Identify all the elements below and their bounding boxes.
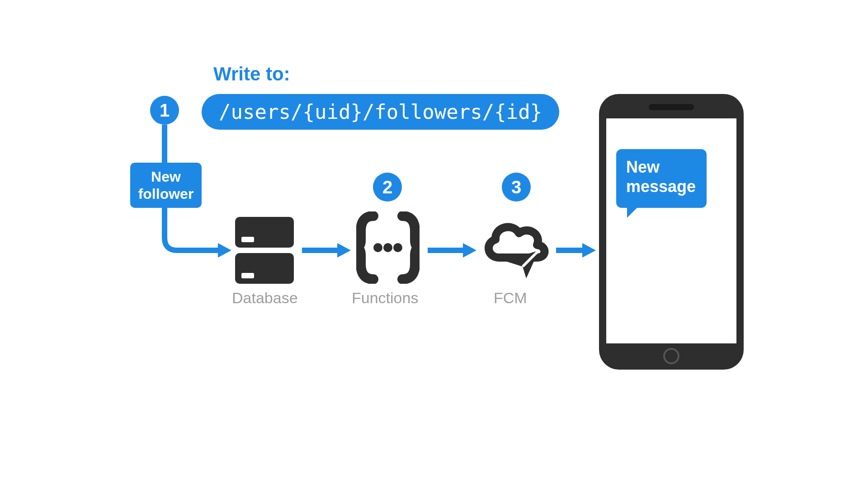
arrow-follower-to-db	[159, 206, 231, 260]
phone-screen: New message	[606, 118, 736, 343]
fcm-icon	[479, 216, 552, 284]
functions-label: Functions	[352, 289, 418, 307]
new-follower-text: New follower	[138, 168, 194, 203]
phone-body: New message	[599, 94, 744, 370]
diagram-canvas: Write to: /users/{uid}/followers/{id} 1 …	[108, 27, 760, 461]
write-to-label: Write to:	[213, 63, 290, 85]
svg-marker-7	[337, 243, 351, 258]
svg-rect-2	[235, 217, 294, 248]
step-badge-2: 2	[373, 173, 402, 202]
svg-marker-1	[218, 243, 231, 258]
svg-rect-11	[428, 248, 463, 253]
phone-home-button	[663, 348, 679, 364]
svg-rect-3	[241, 237, 254, 242]
svg-rect-6	[302, 248, 337, 253]
database-icon	[235, 217, 294, 285]
functions-icon	[356, 211, 420, 284]
code-path-pill: /users/{uid}/followers/{id}	[202, 94, 559, 130]
svg-rect-5	[241, 273, 254, 278]
svg-marker-14	[582, 243, 596, 258]
svg-point-9	[383, 243, 392, 252]
svg-point-8	[373, 243, 382, 252]
new-follower-box: New follower	[130, 163, 202, 208]
svg-rect-13	[556, 248, 582, 253]
message-bubble-text: New message	[626, 158, 696, 196]
step-badge-3: 3	[502, 173, 531, 202]
svg-marker-12	[463, 243, 476, 258]
connector-step1-down	[162, 125, 167, 164]
message-bubble: New message	[616, 149, 707, 208]
svg-rect-4	[235, 253, 294, 284]
arrow-db-to-fn	[302, 243, 351, 258]
svg-rect-0	[162, 125, 167, 164]
phone-speaker	[649, 104, 694, 110]
step-badge-1: 1	[150, 96, 179, 125]
arrow-fn-to-fcm	[428, 243, 476, 258]
fcm-label: FCM	[494, 289, 527, 307]
svg-point-10	[393, 243, 402, 252]
database-label: Database	[232, 289, 298, 307]
phone-device: New message	[599, 94, 744, 370]
arrow-fcm-to-phone	[556, 243, 596, 258]
